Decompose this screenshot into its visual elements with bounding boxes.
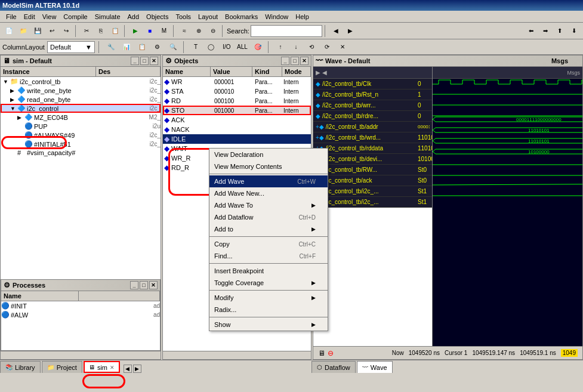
obj-item-nack[interactable]: ◆ NACK	[163, 125, 311, 134]
obj-item-ack[interactable]: ◆ ACK	[163, 115, 311, 125]
wave-sig-i2c2[interactable]: ◆ /i2c_control_tb/i2c_... St1	[313, 197, 432, 208]
ctx-add-wave[interactable]: Add Wave Ctrl+W	[209, 175, 328, 187]
wave-sig-i2c1[interactable]: ◆ /i2c_control_tb/i2c_... St1	[313, 186, 432, 197]
tree-item-i2c-control[interactable]: ▼ 🔷 i2c_control i2c_	[1, 104, 161, 113]
wave-sig-rw[interactable]: ◆ /i2c_control_tb/RW... St0	[313, 165, 432, 175]
ctx-view-declaration[interactable]: View Declaration	[209, 149, 328, 160]
menu-objects[interactable]: Objects	[143, 12, 172, 21]
proc-minimize[interactable]: _	[130, 281, 138, 289]
wave-sig-rddata[interactable]: +◆ /i2c_control_tb/rddata 11010101	[313, 143, 432, 154]
new-btn[interactable]: 📄	[2, 24, 16, 38]
wave-btn[interactable]: ≈	[178, 24, 191, 38]
sim-minimize[interactable]: _	[131, 57, 139, 65]
ctx-view-memory[interactable]: View Memory Contents	[209, 160, 328, 172]
nav3[interactable]: ⬆	[553, 24, 566, 38]
tree-item-write-one-byte[interactable]: ▶ 🔷 write_one_byte i2c_	[1, 86, 161, 95]
obj-scroll-h[interactable]	[163, 351, 311, 359]
menu-bookmarks[interactable]: Bookmarks	[221, 12, 261, 21]
layout-btn2[interactable]: 📊	[120, 41, 133, 54]
obj-item-sta[interactable]: ◆ STA 000010 Para... Intern	[163, 87, 311, 96]
layout-btn12[interactable]: ↓	[289, 41, 303, 54]
run-btn[interactable]: ▶	[129, 24, 142, 38]
layout-btn9[interactable]: ALL	[236, 41, 249, 54]
layout-btn1[interactable]: 🔧	[104, 41, 118, 54]
zoom-out-btn[interactable]: ⊖	[206, 24, 220, 38]
expand-icon-5[interactable]: ▶	[17, 115, 24, 121]
nav1[interactable]: ⬅	[525, 24, 538, 38]
sim-scroll-h[interactable]	[1, 351, 161, 359]
ctx-add-to[interactable]: Add to ▶	[209, 223, 328, 235]
step-btn[interactable]: M	[158, 24, 171, 38]
sim-close[interactable]: ✕	[150, 57, 158, 65]
layout-btn14[interactable]: ⟳	[320, 41, 334, 54]
wave-sig-devi[interactable]: +◆ /i2c_control_tb/devi... 10100000	[313, 154, 432, 165]
search-next[interactable]: ▶	[344, 24, 357, 38]
tree-item-read-one-byte[interactable]: ▶ 🔷 read_one_byte i2c_	[1, 95, 161, 104]
tab-dataflow[interactable]: ⬡ Dataflow	[311, 361, 356, 373]
tree-item-vsim-capacity[interactable]: # #vsim_capacity#	[1, 149, 161, 157]
wave-sig-wrd[interactable]: +◆ /i2c_control_tb/wrd... 11010101	[313, 132, 432, 143]
paste-btn[interactable]: 📋	[109, 24, 122, 38]
menu-tools[interactable]: Tools	[172, 12, 195, 21]
obj-minimize[interactable]: _	[281, 57, 289, 65]
layout-btn11[interactable]: ↑	[274, 41, 287, 54]
ctx-radix[interactable]: Radix...	[209, 304, 328, 316]
tab-library[interactable]: 📚 Library	[0, 361, 41, 373]
tree-item-i2c-control-tb[interactable]: ▼ 📁 i2c_control_tb i2c_	[1, 77, 161, 86]
layout-btn13[interactable]: ⟲	[305, 41, 318, 54]
layout-btn8[interactable]: I/O	[220, 41, 233, 54]
tab-wave[interactable]: 〰 Wave	[357, 361, 393, 373]
proc-maximize[interactable]: □	[140, 281, 148, 289]
wave-sig-rdre[interactable]: ◆ /i2c_control_tb/rdre... 0	[313, 111, 432, 122]
menu-view[interactable]: View	[39, 12, 60, 21]
proc-item-alw[interactable]: 🔵 #ALW ad	[1, 310, 160, 319]
layout-btn7[interactable]: ◯	[205, 41, 218, 54]
wave-sig-rst[interactable]: ◆ /i2c_control_tb/Rst_n 1	[313, 89, 432, 100]
layout-btn6[interactable]: T	[189, 41, 202, 54]
menu-edit[interactable]: Edit	[20, 12, 39, 21]
layout-btn10[interactable]: 🎯	[251, 41, 264, 54]
save-btn[interactable]: 💾	[31, 24, 44, 38]
tree-item-mz[interactable]: ▶ 🔷 MZ_EC04B M2_	[1, 113, 161, 122]
nav4[interactable]: ⬇	[567, 24, 581, 38]
sim-maximize[interactable]: □	[140, 57, 149, 65]
proc-close[interactable]: ✕	[149, 281, 158, 289]
ctx-copy[interactable]: Copy Ctrl+C	[209, 238, 328, 250]
ctx-show[interactable]: Show ▶	[209, 319, 328, 331]
tab-project[interactable]: 📁 Project	[42, 361, 82, 373]
menu-help[interactable]: Help	[292, 12, 313, 21]
menu-layout[interactable]: Layout	[195, 12, 221, 21]
tree-item-pup[interactable]: 🔵 PUP i2u	[1, 122, 161, 131]
open-btn[interactable]: 📁	[17, 24, 30, 38]
obj-close[interactable]: ✕	[300, 57, 309, 65]
tab-sim-close[interactable]: ✕	[110, 365, 115, 371]
ctx-add-wave-new[interactable]: Add Wave New...	[209, 187, 328, 199]
expand-icon-4[interactable]: ▼	[10, 106, 17, 112]
expand-icon[interactable]: ▼	[3, 79, 10, 85]
obj-maximize[interactable]: □	[291, 57, 299, 65]
zoom-btn[interactable]: ⊕	[192, 24, 205, 38]
ctx-add-wave-to[interactable]: Add Wave To ▶	[209, 199, 328, 211]
stop-btn[interactable]: ■	[143, 24, 156, 38]
wave-sig-wrr[interactable]: ◆ /i2c_control_tb/wrr... 0	[313, 100, 432, 111]
copy-btn[interactable]: ⎘	[94, 24, 107, 38]
ctx-insert-bp[interactable]: Insert Breakpoint	[209, 265, 328, 277]
layout-btn4[interactable]: ⚙	[151, 41, 164, 54]
layout-btn5[interactable]: 🔍	[166, 41, 180, 54]
tab-next[interactable]: ▶	[133, 365, 141, 373]
wave-sig-addr[interactable]: +◆ /i2c_control_tb/addr 0000111100000000	[313, 122, 432, 132]
tree-item-initial51[interactable]: 🔵 #INITIAL#51 i2c_	[1, 140, 161, 149]
sim-tree-area[interactable]: ▼ 📁 i2c_control_tb i2c_ ▶ 🔷 write_one_by…	[1, 77, 161, 278]
menu-file[interactable]: File	[2, 12, 20, 21]
layout-select[interactable]: Default ▼	[47, 41, 95, 53]
ctx-add-dataflow[interactable]: Add Dataflow Ctrl+D	[209, 211, 328, 223]
ctx-find[interactable]: Find... Ctrl+F	[209, 250, 328, 262]
expand-icon-2[interactable]: ▶	[10, 88, 17, 94]
nav2[interactable]: ➡	[539, 24, 552, 38]
proc-tree-area[interactable]: 🔵 #INIT ad 🔵 #ALW ad	[1, 301, 160, 319]
wave-sig-ack[interactable]: ◆ /i2c_control_tb/ack St0	[313, 175, 432, 186]
menu-compile[interactable]: Compile	[60, 12, 91, 21]
ctx-toggle-cov[interactable]: Toggle Coverage ▶	[209, 277, 328, 289]
tab-prev[interactable]: ◀	[124, 365, 132, 373]
menu-add[interactable]: Add	[124, 12, 143, 21]
